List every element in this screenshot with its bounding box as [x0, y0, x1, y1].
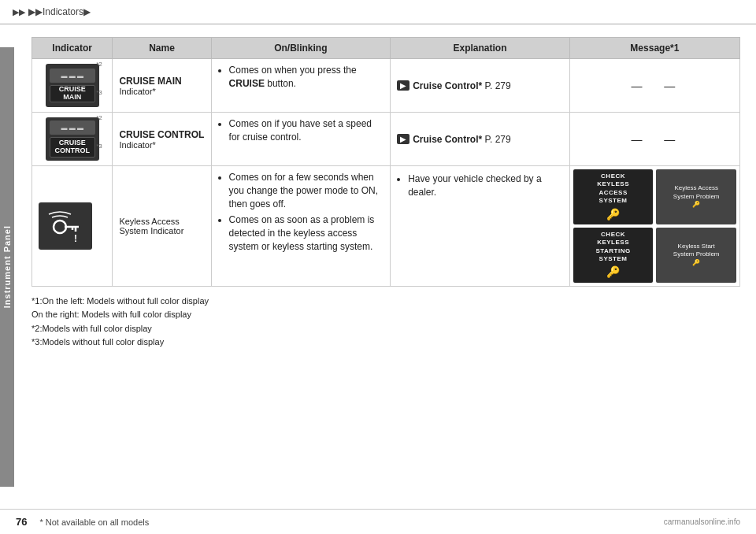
cruise-control-bottom: CRUISECONTROL — [50, 137, 95, 158]
cruise-main-label: CRUISEMAIN — [59, 86, 86, 102]
on-blinking-cell-1: Comes on when you press the CRUISE butto… — [211, 59, 391, 113]
name-cell-cruise-control: CRUISE CONTROL Indicator* — [113, 113, 211, 166]
on-blinking-list-1: Comes on when you press the CRUISE butto… — [218, 64, 384, 91]
message-cell-2: — — — [569, 113, 739, 166]
watermark: carmanualsonline.info — [664, 517, 740, 526]
footer-note: * Not available on all models — [39, 517, 149, 527]
keyless-name-line2: System Indicator — [119, 226, 204, 235]
indicator-cell-cruise-control: ▬ ▬ ▬ CRUISECONTROL *2 *3 — [32, 113, 113, 166]
page-number: 76 — [16, 516, 27, 528]
msg-box-3-title: CHECKKEYLESSSTARTINGSYSTEM — [595, 231, 630, 264]
msg-box-1-title: CHECKKEYLESSACCESSSYSTEM — [597, 172, 629, 206]
footnotes: *1:On the left: Models without full colo… — [32, 295, 740, 350]
explanation-item-3: Have your vehicle checked by a dealer. — [408, 172, 563, 199]
svg-point-0 — [54, 221, 66, 233]
msg-box-keyless-access-problem: Keyless AccessSystem Problem 🔑 — [656, 169, 736, 224]
msg-box-check-keyless-access: CHECKKEYLESSACCESSSYSTEM 🔑 — [573, 169, 654, 224]
msg-box-2-icon: 🔑 — [692, 201, 700, 209]
footnote-1b: On the right: Models with full color dis… — [32, 308, 740, 322]
on-blinking-item-2: Comes on if you have set a speed for cru… — [229, 117, 384, 144]
breadcrumb: ▶▶Indicators▶ — [28, 6, 91, 17]
indicator-cell-cruise-main: ▬ ▬ ▬ CRUISEMAIN *2 *3 — [32, 59, 113, 113]
col-explanation: Explanation — [391, 38, 570, 59]
side-label: Instrument Panel — [0, 47, 14, 487]
explanation-link-1: ▶ Cruise Control* P. 279 — [397, 80, 563, 91]
on-blinking-item-3a: Comes on for a few seconds when you chan… — [229, 171, 384, 210]
footnote-2: *2:Models with full color display — [32, 322, 740, 336]
cruise-control-top: ▬ ▬ ▬ — [50, 121, 95, 135]
explanation-list-3: Have your vehicle checked by a dealer. — [397, 172, 563, 199]
on-blinking-item-1: Comes on when you press the CRUISE butto… — [229, 64, 384, 91]
msg-box-2-title: Keyless AccessSystem Problem — [673, 184, 720, 201]
name-cell-cruise-main: CRUISE MAIN Indicator* — [113, 59, 211, 113]
keyless-indicator-img: ! — [39, 202, 92, 250]
name-cell-keyless: Keyless Access System Indicator — [113, 166, 211, 287]
on-blinking-item-3b: Comes on as soon as a problem is detecte… — [229, 213, 384, 253]
explanation-cell-3: Have your vehicle checked by a dealer. — [391, 166, 570, 287]
msg-box-3-icon: 🔑 — [606, 265, 620, 279]
table-row: ▬ ▬ ▬ CRUISECONTROL *2 *3 CRUISE CONTROL… — [32, 113, 740, 166]
star3-badge-2: *3 — [96, 143, 102, 150]
explanation-link-2: ▶ Cruise Control* P. 279 — [397, 134, 563, 145]
cruise-control-label: CRUISECONTROL — [54, 139, 90, 155]
msg-box-4-icon: 🔑 — [692, 259, 700, 267]
col-message: Message*1 — [569, 38, 739, 59]
indicators-table: Indicator Name On/Blinking Explanation M… — [32, 37, 740, 287]
on-blinking-list-2: Comes on if you have set a speed for cru… — [218, 117, 384, 144]
message-cell-3: CHECKKEYLESSACCESSSYSTEM 🔑 Keyless Acces… — [569, 166, 739, 287]
message-dashes-1: — — — [576, 80, 733, 92]
on-blinking-cell-2: Comes on if you have set a speed for cru… — [211, 113, 391, 166]
svg-text:!: ! — [74, 233, 77, 244]
msg-box-keyless-start-problem: Keyless StartSystem Problem 🔑 — [656, 228, 736, 283]
explanation-text-2: Cruise Control* P. 279 — [413, 134, 511, 145]
explanation-cell-1: ▶ Cruise Control* P. 279 — [391, 59, 570, 113]
footnote-3: *3:Models without full color display — [32, 336, 740, 350]
cruise-main-bottom: CRUISEMAIN — [50, 85, 95, 102]
star3-badge-1: *3 — [96, 89, 102, 96]
on-blinking-list-3: Comes on for a few seconds when you chan… — [218, 171, 384, 254]
star2-badge-1: *2 — [96, 61, 102, 68]
cruise-main-top: ▬ ▬ ▬ — [50, 69, 95, 83]
explanation-text-1: Cruise Control* P. 279 — [413, 80, 511, 91]
footer: 76 * Not available on all models carmanu… — [0, 509, 756, 534]
on-blinking-cell-3: Comes on for a few seconds when you chan… — [211, 166, 391, 287]
cruise-control-top-label: ▬ ▬ ▬ — [61, 124, 83, 132]
msg-box-1-icon: 🔑 — [606, 207, 620, 221]
cruise-main-name: CRUISE MAIN — [119, 76, 204, 87]
footnote-1: *1:On the left: Models without full colo… — [32, 295, 740, 309]
col-name: Name — [113, 38, 211, 59]
message-cell-1: — — — [569, 59, 739, 113]
star2-badge-2: *2 — [96, 114, 102, 121]
main-content: Indicator Name On/Blinking Explanation M… — [16, 24, 756, 350]
cruise-control-name: CRUISE CONTROL — [119, 129, 204, 140]
table-row: ! Keyless Access System Indicator Comes … — [32, 166, 740, 287]
header: ▶▶ ▶▶Indicators▶ — [0, 0, 756, 24]
msg-box-4-title: Keyless StartSystem Problem — [673, 243, 720, 259]
table-row: ▬ ▬ ▬ CRUISEMAIN *2 *3 CRUISE MAIN Indic… — [32, 59, 740, 113]
cruise-main-sub: Indicator* — [119, 87, 204, 96]
col-indicator: Indicator — [32, 38, 113, 59]
message-boxes-3: CHECKKEYLESSACCESSSYSTEM 🔑 Keyless Acces… — [573, 169, 736, 283]
msg-box-check-keyless-starting: CHECKKEYLESSSTARTINGSYSTEM 🔑 — [573, 228, 654, 283]
side-label-text: Instrument Panel — [2, 225, 12, 308]
cruise-control-sub: Indicator* — [119, 140, 204, 150]
indicator-cell-keyless: ! — [32, 166, 113, 287]
keyless-name-line1: Keyless Access — [119, 217, 204, 226]
cruise-control-indicator-img: ▬ ▬ ▬ CRUISECONTROL — [46, 117, 99, 161]
explanation-arrow-1: ▶ — [397, 80, 410, 91]
col-on-blinking: On/Blinking — [211, 38, 391, 59]
cruise-main-indicator-img: ▬ ▬ ▬ CRUISEMAIN — [46, 64, 99, 107]
message-dashes-2: — — — [576, 133, 733, 146]
explanation-cell-2: ▶ Cruise Control* P. 279 — [391, 113, 570, 166]
explanation-arrow-2: ▶ — [397, 134, 410, 144]
cruise-main-top-label: ▬ ▬ ▬ — [61, 72, 83, 80]
breadcrumb-arrows: ▶▶ — [13, 7, 25, 17]
keyless-icon-svg: ! — [46, 206, 85, 246]
